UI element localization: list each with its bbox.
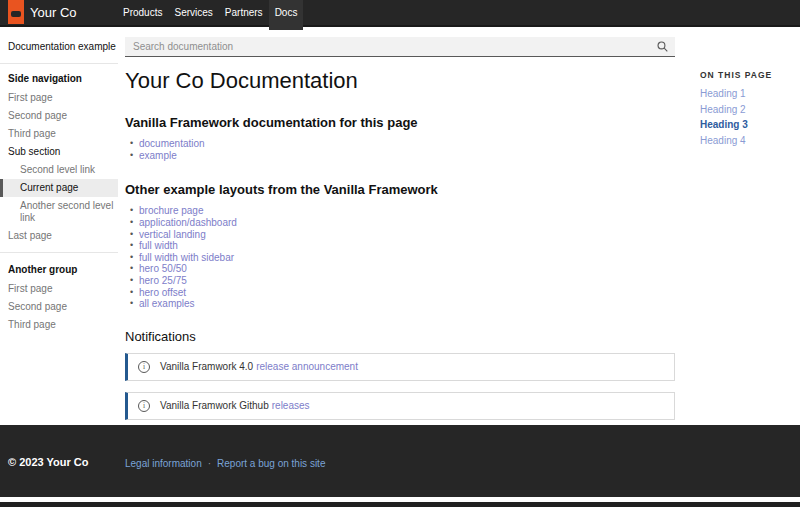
doc-link-documentation[interactable]: documentation bbox=[139, 138, 205, 149]
sidebar-item-sub-section[interactable]: Sub section bbox=[0, 143, 118, 161]
notification-text: Vanilla Framwork 4.0 bbox=[160, 361, 253, 372]
top-navbar: Your Co ProductsServicesPartnersDocs bbox=[0, 0, 800, 27]
copyright-text: © 2023 Your Co bbox=[8, 456, 88, 468]
notification: iVanilla Framwork 4.0release announcemen… bbox=[125, 353, 675, 381]
sidebar-item-second-level-link[interactable]: Second level link bbox=[0, 161, 118, 179]
search-input[interactable] bbox=[125, 37, 675, 57]
list-item: hero 50/50 bbox=[139, 263, 675, 275]
notification-link-release-announcement[interactable]: release announcement bbox=[256, 361, 358, 372]
sidebar-title-link[interactable]: Documentation example bbox=[8, 41, 116, 52]
doc-link-application-dashboard[interactable]: application/dashboard bbox=[139, 217, 237, 228]
sidebar-item-second-page[interactable]: Second page bbox=[0, 298, 118, 316]
toc-links: Heading 1Heading 2Heading 3Heading 4 bbox=[700, 89, 795, 146]
nav-item-products[interactable]: Products bbox=[117, 0, 168, 25]
nav-item-services[interactable]: Services bbox=[168, 0, 218, 25]
toc-link-heading-4[interactable]: Heading 4 bbox=[700, 136, 795, 146]
doc-section: Vanilla Framework documentation for this… bbox=[125, 115, 675, 162]
notification-text: Vanilla Framwork Github bbox=[160, 400, 269, 411]
doc-link-full-width[interactable]: full width bbox=[139, 240, 178, 251]
sidebar-divider bbox=[0, 252, 118, 253]
on-this-page-toc: ON THIS PAGE Heading 1Heading 2Heading 3… bbox=[700, 70, 795, 151]
doc-sections: Vanilla Framework documentation for this… bbox=[125, 115, 675, 310]
list-item: example bbox=[139, 150, 675, 162]
sidebar-item-first-page[interactable]: First page bbox=[0, 280, 118, 298]
main-navigation: ProductsServicesPartnersDocs bbox=[117, 0, 303, 25]
window-bottom-edge bbox=[0, 502, 800, 507]
doc-link-brochure-page[interactable]: brochure page bbox=[139, 205, 204, 216]
list-item: brochure page bbox=[139, 205, 675, 217]
list-item: full width with sidebar bbox=[139, 252, 675, 264]
sidebar-item-second-page[interactable]: Second page bbox=[0, 107, 118, 125]
toc-link-heading-1[interactable]: Heading 1 bbox=[700, 89, 795, 99]
sidebar-item-another-second-level-link[interactable]: Another second level link bbox=[0, 197, 118, 227]
doc-link-hero-offset[interactable]: hero offset bbox=[139, 287, 186, 298]
logo-mark bbox=[11, 11, 21, 17]
company-logo-icon bbox=[8, 0, 24, 24]
information-icon: i bbox=[138, 361, 150, 373]
sidebar-group-heading: Another group bbox=[0, 260, 118, 280]
list-item: documentation bbox=[139, 138, 675, 150]
brand-home-link[interactable]: Your Co bbox=[8, 0, 77, 25]
page-title: Your Co Documentation bbox=[125, 67, 675, 95]
sidebar-item-current-page[interactable]: Current page bbox=[0, 179, 118, 197]
notifications-heading: Notifications bbox=[125, 329, 675, 344]
toc-link-heading-3[interactable]: Heading 3 bbox=[700, 120, 795, 130]
main-content: Your Co Documentation Vanilla Framework … bbox=[125, 65, 675, 431]
notifications-list: iVanilla Framwork 4.0release announcemen… bbox=[125, 353, 675, 420]
brand-name: Your Co bbox=[30, 5, 77, 20]
doc-link-hero-25-75[interactable]: hero 25/75 bbox=[139, 275, 187, 286]
side-navigation: Side navigationFirst pageSecond pageThir… bbox=[0, 63, 118, 334]
doc-link-all-examples[interactable]: all examples bbox=[139, 298, 195, 309]
sidebar-item-last-page[interactable]: Last page bbox=[0, 227, 118, 245]
section-link-list: documentationexample bbox=[125, 138, 675, 161]
doc-link-hero-50-50[interactable]: hero 50/50 bbox=[139, 263, 187, 274]
section-heading: Vanilla Framework documentation for this… bbox=[125, 115, 675, 132]
search-bar bbox=[125, 36, 675, 56]
search-icon[interactable] bbox=[657, 41, 668, 52]
page-footer: © 2023 Your Co Legal information·Report … bbox=[0, 425, 800, 497]
footer-links: Legal information·Report a bug on this s… bbox=[125, 458, 325, 469]
toc-link-heading-2[interactable]: Heading 2 bbox=[700, 105, 795, 115]
footer-link-report-a-bug-on-this-site[interactable]: Report a bug on this site bbox=[217, 458, 325, 469]
notification: iVanilla Framwork Githubreleases bbox=[125, 392, 675, 420]
nav-item-partners[interactable]: Partners bbox=[219, 0, 269, 25]
sidebar-item-first-page[interactable]: First page bbox=[0, 89, 118, 107]
sidebar-item-third-page[interactable]: Third page bbox=[0, 125, 118, 143]
toc-heading: ON THIS PAGE bbox=[700, 70, 795, 80]
doc-link-example[interactable]: example bbox=[139, 150, 177, 161]
sidebar-group-heading: Side navigation bbox=[0, 69, 118, 89]
list-item: hero offset bbox=[139, 287, 675, 299]
footer-separator: · bbox=[208, 458, 211, 469]
list-item: application/dashboard bbox=[139, 217, 675, 229]
footer-link-legal-information[interactable]: Legal information bbox=[125, 458, 202, 469]
section-heading: Other example layouts from the Vanilla F… bbox=[125, 182, 675, 199]
list-item: vertical landing bbox=[139, 229, 675, 241]
list-item: full width bbox=[139, 240, 675, 252]
doc-link-full-width-with-sidebar[interactable]: full width with sidebar bbox=[139, 252, 234, 263]
doc-link-vertical-landing[interactable]: vertical landing bbox=[139, 229, 206, 240]
notification-link-releases[interactable]: releases bbox=[272, 400, 310, 411]
sidebar-item-third-page[interactable]: Third page bbox=[0, 316, 118, 334]
doc-section: Other example layouts from the Vanilla F… bbox=[125, 182, 675, 310]
information-icon: i bbox=[138, 400, 150, 412]
list-item: all examples bbox=[139, 298, 675, 310]
list-item: hero 25/75 bbox=[139, 275, 675, 287]
nav-item-docs[interactable]: Docs bbox=[269, 0, 304, 25]
section-link-list: brochure pageapplication/dashboardvertic… bbox=[125, 205, 675, 309]
